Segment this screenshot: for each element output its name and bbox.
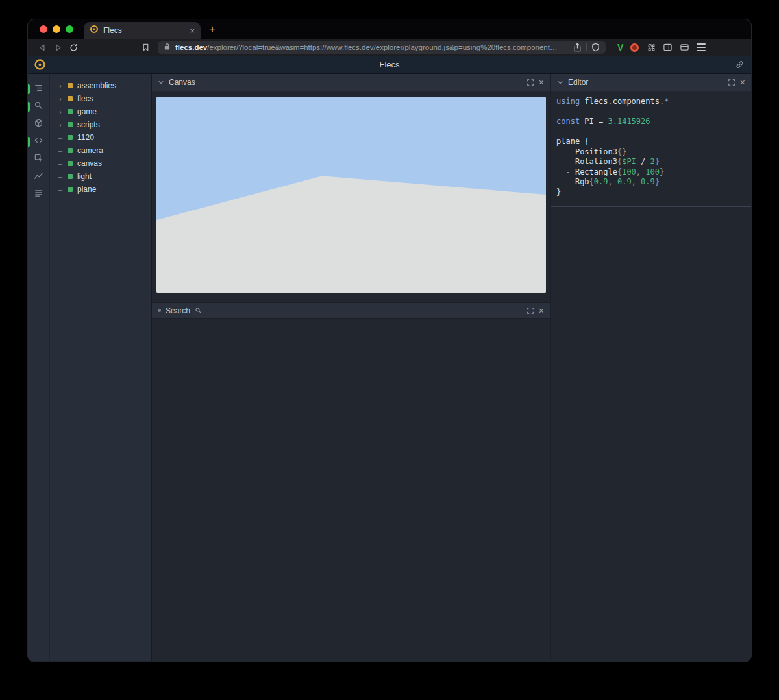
url-path: /explorer/?local=true&wasm=https://www.f…: [207, 43, 557, 51]
tree-item-plane[interactable]: –plane: [50, 183, 151, 196]
app-body: ›assemblies›flecs›game›scripts–1120–came…: [28, 74, 751, 661]
search-panel-title: Search: [166, 306, 190, 315]
back-button[interactable]: [34, 40, 50, 54]
code-line: const PI = 3.1415926: [556, 117, 746, 127]
close-icon[interactable]: ×: [539, 78, 544, 87]
module-square-icon: [68, 83, 73, 88]
expand-icon[interactable]: [728, 78, 736, 86]
expand-icon[interactable]: [526, 307, 534, 315]
module-square-icon: [68, 96, 73, 101]
search-icon: [34, 101, 43, 113]
reload-button[interactable]: [66, 40, 81, 54]
chart-icon: [34, 171, 43, 183]
entity-square-icon: [68, 161, 73, 166]
sidebar-toggle-icon[interactable]: [663, 43, 673, 52]
code-line: }: [556, 187, 746, 198]
editor-panel-title: Editor: [568, 78, 588, 87]
close-icon[interactable]: ×: [539, 306, 544, 315]
search-small-icon: [195, 307, 202, 314]
entity-square-icon: [68, 187, 73, 192]
tree-item-scripts[interactable]: ›scripts: [50, 118, 151, 131]
status-dot-icon: [158, 309, 161, 312]
entity-square-icon: [68, 135, 73, 140]
rail-item-stats[interactable]: [28, 168, 49, 186]
code-line: [556, 107, 746, 117]
close-icon[interactable]: ×: [740, 78, 745, 87]
entity-tree: ›assemblies›flecs›game›scripts–1120–came…: [49, 74, 151, 661]
address-bar[interactable]: flecs.dev/explorer/?local=true&wasm=http…: [158, 41, 606, 54]
rail-item-entities[interactable]: [28, 115, 49, 133]
zoom-window-button[interactable]: [66, 25, 73, 33]
leaf-dash-icon: –: [58, 134, 63, 141]
tab-close-icon[interactable]: ×: [190, 27, 195, 35]
code-line: - Position3{}: [556, 147, 746, 158]
tree-item-flecs[interactable]: ›flecs: [50, 92, 151, 105]
expand-arrow-icon[interactable]: ›: [58, 82, 63, 90]
rail-item-editor[interactable]: [28, 133, 49, 151]
canvas-column: Canvas × Search ×: [151, 74, 550, 661]
rail-item-search[interactable]: [28, 98, 49, 115]
minimize-window-button[interactable]: [53, 25, 60, 33]
chevron-down-icon[interactable]: [158, 79, 164, 86]
leaf-dash-icon: –: [58, 147, 63, 154]
tree-item-label: game: [77, 107, 97, 116]
tree-item-light[interactable]: –light: [50, 170, 151, 183]
address-bar-separator: [586, 43, 587, 51]
expand-arrow-icon[interactable]: ›: [58, 121, 63, 128]
expand-icon[interactable]: [526, 78, 534, 86]
tree-item-assemblies[interactable]: ›assemblies: [50, 79, 151, 92]
rail-item-tables[interactable]: [28, 186, 49, 203]
tree-item-canvas[interactable]: –canvas: [50, 157, 151, 170]
tab-title: Flecs: [103, 26, 185, 35]
expand-arrow-icon[interactable]: ›: [58, 108, 63, 115]
entity-square-icon: [68, 109, 73, 114]
canvas-panel-header: Canvas ×: [152, 74, 550, 91]
tree-item-1120[interactable]: –1120: [50, 131, 151, 144]
url-text: flecs.dev/explorer/?local=true&wasm=http…: [175, 43, 569, 51]
canvas-viewport[interactable]: [152, 91, 550, 298]
brave-shield-icon[interactable]: [591, 43, 600, 52]
editor-code[interactable]: using flecs.components.* const PI = 3.14…: [551, 91, 751, 207]
chevron-down-icon[interactable]: [557, 79, 563, 86]
forward-button[interactable]: [50, 40, 66, 54]
code-line: - Rgb{0.9, 0.9, 0.9}: [556, 177, 746, 187]
extensions-puzzle-icon[interactable]: [646, 43, 656, 53]
leaf-dash-icon: –: [58, 186, 63, 193]
traffic-lights: [28, 25, 84, 39]
bookmark-icon[interactable]: [138, 43, 153, 52]
tree-item-label: plane: [77, 185, 96, 194]
browser-tab[interactable]: Flecs ×: [84, 22, 201, 39]
toolbar-right-icons: V: [617, 43, 706, 53]
browser-toolbar: flecs.dev/explorer/?local=true&wasm=http…: [28, 39, 751, 56]
app-header: Flecs: [28, 56, 751, 74]
share-link-icon[interactable]: [735, 60, 745, 69]
rail-item-tree[interactable]: [28, 80, 49, 98]
entity-square-icon: [68, 148, 73, 153]
wallet-icon[interactable]: [680, 43, 689, 52]
entity-square-icon: [68, 122, 73, 127]
tree-item-camera[interactable]: –camera: [50, 144, 151, 157]
close-window-button[interactable]: [40, 25, 47, 33]
tab-favicon-flecs-icon: [90, 25, 99, 36]
tree-item-game[interactable]: ›game: [50, 105, 151, 118]
tree-item-label: flecs: [77, 94, 93, 103]
app-title: Flecs: [379, 60, 399, 69]
tab-strip: Flecs × +: [28, 19, 751, 39]
menu-icon[interactable]: [697, 43, 706, 51]
expand-arrow-icon[interactable]: ›: [58, 95, 63, 103]
canvas-scene: [156, 97, 546, 293]
search-panel-header[interactable]: Search ×: [152, 302, 550, 319]
tree-item-label: light: [77, 172, 92, 181]
share-icon[interactable]: [573, 43, 582, 52]
flecs-logo-icon: [33, 58, 46, 71]
rail-item-inspect[interactable]: [28, 151, 49, 168]
leaf-dash-icon: –: [58, 160, 63, 167]
entity-square-icon: [68, 174, 73, 179]
extension-v-icon[interactable]: V: [617, 43, 623, 52]
tree-item-label: assemblies: [77, 81, 116, 90]
code-line: using flecs.components.*: [556, 97, 746, 107]
tree-icon: [34, 83, 43, 95]
new-tab-button[interactable]: +: [201, 23, 216, 39]
canvas-panel-title: Canvas: [169, 78, 195, 87]
extension-circle-icon[interactable]: [630, 43, 639, 52]
